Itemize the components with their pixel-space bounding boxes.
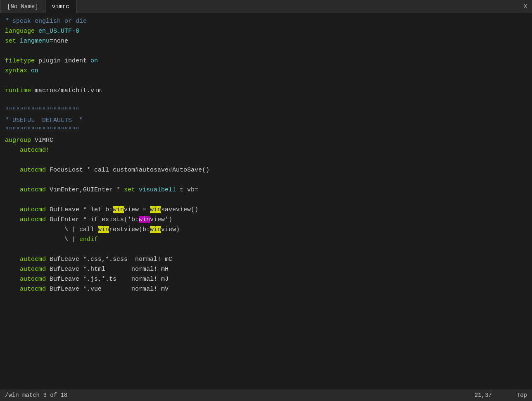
token-highlight-win-cursor: win — [139, 216, 150, 223]
line-13: augroup VIMRC — [5, 136, 532, 146]
token: saveview() — [161, 206, 198, 213]
tab-vimrc-label: vimrc — [52, 3, 69, 10]
token: FocusLost * call custom#autosave#AutoSav… — [46, 167, 209, 174]
token: on — [90, 57, 98, 64]
token: langmenu — [20, 38, 50, 45]
token: t_vb= — [176, 186, 198, 193]
token: en_US.UTF-8 — [38, 28, 79, 35]
token: set — [124, 186, 135, 193]
token-highlight-win: win — [150, 226, 161, 233]
search-status: /win match 3 of 18 — [5, 392, 67, 399]
token: BufLeave *.html normal! mH — [46, 266, 169, 273]
token — [5, 147, 20, 154]
token-highlight-win: win — [113, 206, 124, 213]
line-23: \ | endif — [5, 235, 532, 245]
token — [5, 167, 20, 174]
token-highlight-win: win — [98, 226, 109, 233]
token: autocmd — [20, 266, 46, 273]
line-7 — [5, 76, 532, 86]
token: on — [31, 67, 38, 74]
token — [5, 276, 20, 283]
token: plugin indent — [35, 57, 90, 64]
editor: " speak english or die language en_US.UT… — [0, 13, 532, 389]
token — [5, 186, 20, 193]
line-4 — [5, 46, 532, 56]
token: autocmd — [20, 186, 46, 193]
line-11: " USEFUL DEFAULTS " — [5, 116, 532, 126]
token: BufLeave * let b: — [46, 206, 113, 213]
tab-bar: [No Name] vimrc X — [0, 0, 532, 13]
token: visualbell — [139, 186, 176, 193]
line-15 — [5, 155, 532, 165]
scroll-position: Top — [517, 392, 527, 399]
token: """""""""""""""""""" — [5, 127, 79, 134]
status-bar: /win match 3 of 18 21,37 Top — [0, 389, 532, 401]
line-17 — [5, 175, 532, 185]
token: autocmd — [20, 256, 46, 263]
line-20: autocmd BufLeave * let b:winview = winsa… — [5, 205, 532, 215]
status-right: 21,37 Top — [475, 392, 527, 399]
token: autocmd — [20, 216, 46, 223]
line-12: """""""""""""""""""" — [5, 126, 532, 136]
line-26: autocmd BufLeave *.html normal! mH — [5, 265, 532, 274]
token: BufEnter * if exists('b: — [46, 216, 139, 223]
line-5: filetype plugin indent on — [5, 56, 532, 66]
line-18: autocmd VimEnter,GUIEnter * set visualbe… — [5, 185, 532, 195]
line-21: autocmd BufEnter * if exists('b:winview'… — [5, 215, 532, 225]
token: augroup — [5, 137, 31, 144]
token — [35, 28, 38, 35]
token: language — [5, 28, 35, 35]
line-16: autocmd FocusLost * call custom#autosave… — [5, 165, 532, 175]
token: BufLeave *.css,*.scss normal! mC — [46, 256, 172, 263]
token-highlight-win: win — [150, 206, 161, 213]
token: view) — [161, 226, 180, 233]
tab-no-name[interactable]: [No Name] — [0, 0, 45, 13]
tab-no-name-label: [No Name] — [7, 3, 38, 10]
token — [5, 266, 20, 273]
line-10: """""""""""""""""""" — [5, 106, 532, 116]
line-2: language en_US.UTF-8 — [5, 26, 532, 36]
line-27: autocmd BufLeave *.js,*.ts normal! mJ — [5, 274, 532, 284]
token: " speak english or die — [5, 18, 87, 25]
cursor-position: 21,37 — [475, 392, 492, 399]
token: autocmd! — [20, 147, 50, 154]
token: " USEFUL DEFAULTS " — [5, 117, 83, 124]
token: set — [5, 38, 16, 45]
token: autocmd — [20, 206, 46, 213]
token: \ | call — [5, 226, 98, 233]
token: BufLeave *.js,*.ts normal! mJ — [46, 276, 169, 283]
token: view') — [150, 216, 172, 223]
line-24 — [5, 245, 532, 255]
token: autocmd — [20, 167, 46, 174]
line-19 — [5, 195, 532, 205]
line-25: autocmd BufLeave *.css,*.scss normal! mC — [5, 255, 532, 265]
line-8: runtime macros/matchit.vim — [5, 86, 532, 96]
token: runtime — [5, 87, 31, 94]
token: autocmd — [20, 286, 46, 293]
line-22: \ | call winrestview(b:winview) — [5, 225, 532, 235]
close-button[interactable]: X — [519, 0, 532, 13]
token — [135, 186, 139, 193]
token: \ | — [5, 236, 79, 243]
token — [5, 256, 20, 263]
token — [16, 38, 20, 45]
token: VimEnter,GUIEnter * — [46, 186, 124, 193]
token: syntax — [5, 67, 27, 74]
token: VIMRC — [31, 137, 53, 144]
line-6: syntax on — [5, 66, 532, 76]
line-14: autocmd! — [5, 146, 532, 155]
line-9 — [5, 96, 532, 106]
token: macros/matchit.vim — [31, 87, 102, 94]
token: BufLeave *.vue normal! mV — [46, 286, 169, 293]
token — [27, 67, 31, 74]
token: =none — [50, 38, 68, 45]
token: autocmd — [20, 276, 46, 283]
token: filetype — [5, 57, 35, 64]
token — [5, 286, 20, 293]
token — [5, 206, 20, 213]
token — [5, 216, 20, 223]
tab-vimrc[interactable]: vimrc — [45, 0, 76, 13]
line-28: autocmd BufLeave *.vue normal! mV — [5, 284, 532, 294]
token: endif — [79, 236, 98, 243]
token: """""""""""""""""""" — [5, 107, 79, 114]
